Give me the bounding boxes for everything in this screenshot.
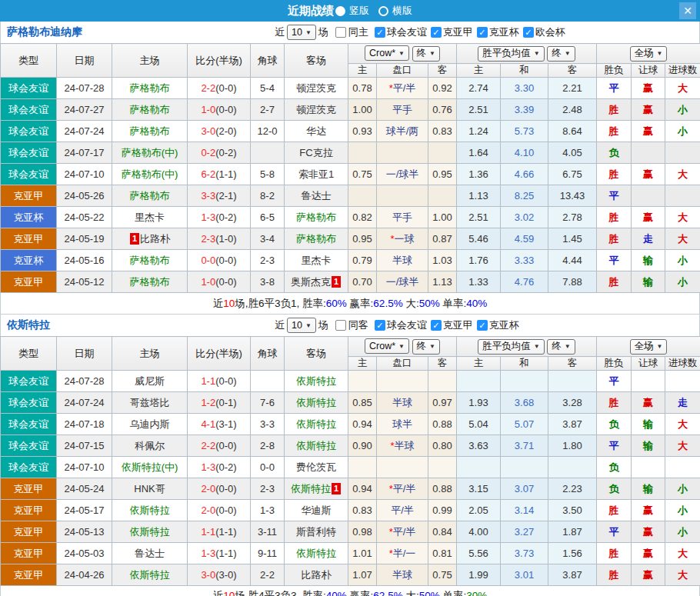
avg-home: 1.24: [457, 121, 501, 142]
corners: 5-8: [251, 164, 285, 185]
score: 1-2(0-1): [188, 392, 251, 414]
result-outcome: 平: [597, 371, 632, 392]
section-header-home-team: 萨格勒布迪纳摩 近 10▼ 场 同主 ✓球会友谊✓克亚甲✓克亚杯✓欧会杯: [0, 22, 700, 43]
home-team-name: 萨格勒布: [130, 190, 170, 201]
col-header-away: 客场: [285, 44, 348, 78]
result-outcome: 胜: [597, 543, 632, 564]
handicap-line: [377, 371, 428, 392]
avg-home: 1.36: [457, 164, 501, 185]
corners: 3-3: [251, 414, 285, 435]
odds-company-select[interactable]: Crow*▼: [365, 338, 409, 354]
odds-company-select[interactable]: Crow*▼: [365, 45, 409, 61]
result-goals: [665, 457, 700, 478]
avg-time-select[interactable]: 终▼: [547, 46, 575, 62]
handicap-text: 平/半: [391, 504, 414, 516]
handicap-text: 球半/两: [386, 125, 419, 137]
half-time-score: (0-1): [215, 397, 236, 408]
scope-select[interactable]: 全场▼: [630, 339, 668, 355]
result-handicap: 赢: [632, 500, 665, 521]
away-team: 顿涅茨克: [285, 99, 348, 121]
avg-away: 3.87: [548, 564, 597, 586]
sub-header-result: 胜负: [597, 357, 632, 371]
odds-time-select[interactable]: 终▼: [412, 46, 440, 62]
sub-header-handicap-result: 让球: [632, 357, 665, 371]
dropdown-arrow-icon: ▼: [305, 29, 312, 36]
odds-time-select[interactable]: 终▼: [412, 339, 440, 355]
match-count-select[interactable]: 10▼: [287, 318, 316, 333]
filter-controls: 近 10▼ 场 同客 ✓球会友谊✓克亚甲✓克亚杯: [275, 318, 522, 333]
league-checkbox-checked[interactable]: ✓: [431, 320, 442, 331]
away-team-name: 比路朴: [302, 569, 332, 581]
layout-radio-horizontal-label[interactable]: 横版: [392, 4, 412, 18]
handicap-line: 一/球半: [377, 164, 428, 185]
full-time-score: 2-0: [201, 504, 215, 516]
home-team: 依斯特拉(中): [112, 457, 188, 478]
layout-radio-vertical-icon[interactable]: [335, 6, 345, 16]
odds-home: 0.95: [348, 228, 377, 250]
corners: [251, 371, 285, 392]
match-count-select[interactable]: 10▼: [287, 25, 316, 40]
league-checkbox-checked[interactable]: ✓: [477, 320, 488, 331]
avg-draw: 4.59: [501, 228, 548, 250]
avg-odds-select[interactable]: 胜平负均值▼: [478, 46, 544, 62]
odds-away: 0.83: [428, 121, 457, 142]
avg-draw: 8.25: [501, 185, 548, 207]
score: 2-2(0-0): [188, 78, 251, 99]
away-team-name: 依斯特拉: [296, 375, 336, 387]
result-goals: 大: [665, 207, 700, 228]
scope-select[interactable]: 全场▼: [630, 46, 668, 62]
score: 1-3(0-2): [188, 457, 251, 478]
corners: 5-4: [251, 78, 285, 99]
league-checkbox-checked[interactable]: ✓: [477, 27, 488, 38]
sub-header-result: 胜负: [597, 64, 632, 78]
result-goals: [665, 142, 700, 164]
league-checkbox-checked[interactable]: ✓: [523, 27, 534, 38]
home-team: 依斯特拉: [112, 521, 188, 543]
league-checkbox-checked[interactable]: ✓: [375, 320, 385, 331]
dropdown-arrow-icon: ▼: [534, 343, 540, 350]
layout-radio-horizontal-icon[interactable]: [378, 6, 388, 16]
avg-time-select[interactable]: 终▼: [547, 339, 575, 355]
odds-away: 0.88: [428, 414, 457, 435]
avg-draw: 5.07: [501, 414, 548, 435]
odds-home: 0.75: [348, 164, 377, 185]
match-row: 克亚甲24-05-24HNK哥2-0(0-0)2-3依斯特拉10.94*平/半0…: [1, 478, 700, 500]
away-team-name: 萨格勒布: [296, 233, 336, 245]
score: 1-1(1-1): [188, 521, 251, 543]
handicap-text: 半球: [392, 397, 412, 408]
full-time-score: 3-0: [201, 569, 215, 581]
result-outcome: 胜: [597, 392, 632, 414]
match-row: 球会友谊24-07-28威尼斯1-1(0-0)依斯特拉平: [1, 371, 700, 392]
match-type-badge: 球会友谊: [1, 457, 57, 478]
sub-header-goals-result: 进球数: [665, 357, 700, 371]
avg-draw: 3.30: [501, 78, 548, 99]
matches-label: 场: [318, 25, 328, 39]
handicap-text: 平手: [392, 104, 412, 115]
match-date: 24-05-03: [57, 543, 112, 564]
league-checkbox-checked[interactable]: ✓: [375, 27, 385, 38]
score: 0-0(0-0): [188, 250, 251, 271]
avg-draw: 4.10: [501, 142, 548, 164]
avg-away: 13.43: [548, 185, 597, 207]
handicap-line: *半球: [377, 435, 428, 457]
summary-segment: 单率:: [440, 589, 467, 596]
half-time-score: (0-2): [215, 461, 236, 473]
full-time-score: 1-3: [201, 461, 215, 473]
same-venue-checkbox[interactable]: [335, 320, 346, 331]
close-icon[interactable]: ✕: [679, 2, 696, 19]
result-handicap: 赢: [632, 78, 665, 99]
same-venue-checkbox[interactable]: [335, 27, 346, 38]
handicap-line: [377, 457, 428, 478]
half-time-score: (1-0): [215, 233, 236, 245]
result-goals: 小: [665, 478, 700, 500]
avg-home: 1.76: [457, 250, 501, 271]
full-time-score: 2-3: [201, 233, 215, 245]
corners: [251, 142, 285, 164]
same-venue-label: 同客: [348, 318, 368, 332]
avg-odds-select[interactable]: 胜平负均值▼: [478, 339, 544, 355]
match-date: 24-05-22: [57, 207, 112, 228]
league-checkbox-checked[interactable]: ✓: [431, 27, 442, 38]
layout-radio-vertical-label[interactable]: 竖版: [349, 4, 369, 18]
away-team: 依斯特拉: [285, 414, 348, 435]
summary-segment: 大:: [403, 589, 419, 596]
